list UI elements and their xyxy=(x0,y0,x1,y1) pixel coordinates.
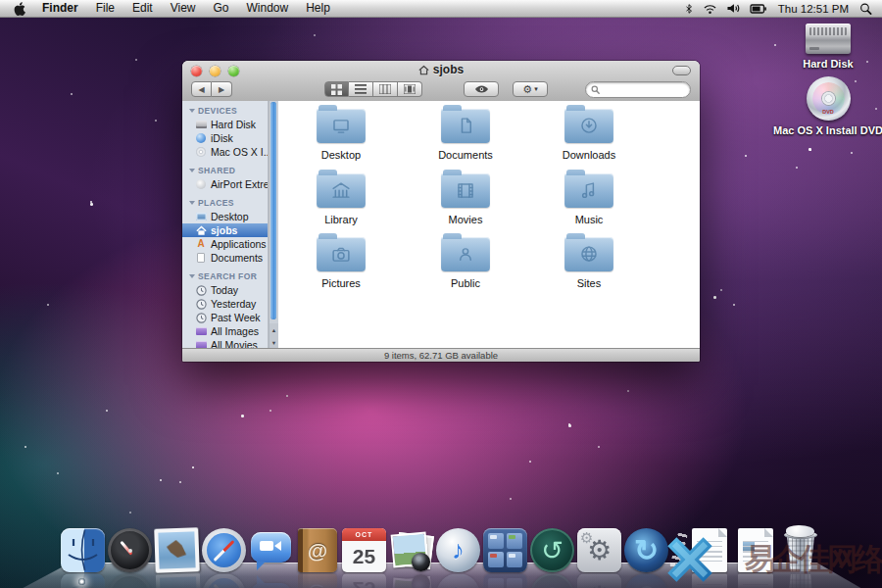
folder-contents[interactable]: Desktop Documents Downloads Library Movi… xyxy=(278,101,700,349)
sidebar-section-places[interactable]: PLACES xyxy=(182,196,268,210)
sidebar-item-airport-extreme[interactable]: AirPort Extreme xyxy=(182,177,268,191)
sidebar-item-all-images[interactable]: All Images xyxy=(182,324,268,338)
forward-button[interactable]: ▶ xyxy=(212,81,232,97)
dock-item-finder[interactable] xyxy=(61,528,105,572)
dvd-disc-text: DVD xyxy=(807,109,851,115)
pictures-folder-icon xyxy=(317,237,366,271)
search-field[interactable] xyxy=(585,81,691,98)
sidebar-item-applications[interactable]: AApplications xyxy=(182,237,268,251)
sidebar-item-label: Today xyxy=(211,284,238,296)
sync-arrow-icon: ↻ xyxy=(634,533,659,567)
dock-item-documents-stack[interactable] xyxy=(692,528,727,572)
airport-icon xyxy=(195,178,207,190)
sidebar-section-devices[interactable]: DEVICES xyxy=(182,104,268,118)
dock-item-address-book[interactable]: @ xyxy=(298,528,337,572)
sidebar-item-hard-disk[interactable]: Hard Disk xyxy=(182,118,268,131)
search-input[interactable] xyxy=(603,83,685,96)
sidebar-item-label: Documents xyxy=(211,252,263,264)
sidebar-scrollbar[interactable]: ▲ ▼ xyxy=(269,101,278,349)
menu-edit[interactable]: Edit xyxy=(123,0,162,17)
menu-bar: Finder File Edit View Go Window Help Thu… xyxy=(0,0,882,18)
menu-view[interactable]: View xyxy=(162,0,205,17)
sidebar-item-install-dvd[interactable]: Mac OS X I... xyxy=(182,145,268,159)
desktop-icon-hard-disk[interactable]: Hard Disk xyxy=(745,24,882,70)
sidebar-item-past-week[interactable]: Past Week xyxy=(182,311,268,324)
sidebar-section-shared[interactable]: SHARED xyxy=(182,164,268,177)
home-proxy-icon[interactable] xyxy=(418,65,429,75)
dock-item-ichat[interactable] xyxy=(249,528,293,572)
menu-file[interactable]: File xyxy=(87,0,123,17)
dock-item-safari[interactable] xyxy=(202,528,246,572)
dock-item-spaces[interactable] xyxy=(483,528,527,572)
back-button[interactable]: ◀ xyxy=(191,81,212,97)
sidebar-section-search-for[interactable]: SEARCH FOR xyxy=(182,270,268,283)
menu-window[interactable]: Window xyxy=(238,0,298,17)
section-title: DEVICES xyxy=(198,106,237,116)
sidebar-item-label: AirPort Extreme xyxy=(211,178,269,190)
toolbar-toggle-button[interactable] xyxy=(672,66,691,75)
dock-item-trash[interactable] xyxy=(782,529,819,572)
music-note-icon: ♪ xyxy=(452,535,465,565)
coverflow-view-button[interactable] xyxy=(398,81,422,97)
sidebar-item-sjobs[interactable]: sjobs xyxy=(182,223,268,237)
folder-library[interactable]: Library xyxy=(282,173,400,225)
sidebar-item-idisk[interactable]: iDisk xyxy=(182,131,268,145)
menu-finder[interactable]: Finder xyxy=(33,0,87,17)
applications-icon: A xyxy=(195,238,207,250)
apple-menu[interactable] xyxy=(6,2,33,16)
scrollbar-arrows: ▲ ▼ xyxy=(270,323,278,349)
folder-downloads[interactable]: Downloads xyxy=(530,109,648,161)
traffic-lights xyxy=(191,66,239,76)
folder-public[interactable]: Public xyxy=(407,237,524,289)
dock-item-itunes[interactable]: ♪ xyxy=(436,528,480,572)
folder-music[interactable]: Music xyxy=(530,173,648,225)
dvd-disc-icon: DVD xyxy=(807,76,851,121)
scroll-up-arrow[interactable]: ▲ xyxy=(271,327,276,333)
list-view-button[interactable] xyxy=(349,81,373,97)
battery-icon[interactable] xyxy=(750,3,767,15)
close-button[interactable] xyxy=(191,66,202,76)
bluetooth-icon[interactable] xyxy=(684,2,694,16)
sidebar-item-yesterday[interactable]: Yesterday xyxy=(182,297,268,311)
sidebar-item-today[interactable]: Today xyxy=(182,283,268,297)
coverflow-view-icon xyxy=(404,84,416,94)
sidebar-item-label: sjobs xyxy=(211,224,237,236)
folder-sites[interactable]: Sites xyxy=(530,237,648,289)
zoom-button[interactable] xyxy=(228,66,239,76)
section-title: PLACES xyxy=(198,198,234,208)
dock-item-software-update[interactable]: ↻ xyxy=(624,528,668,572)
spotlight-icon[interactable] xyxy=(859,2,872,16)
folder-desktop[interactable]: Desktop xyxy=(282,109,400,161)
window-chrome[interactable]: sjobs ◀ ▶ xyxy=(182,61,700,102)
window-title-text: sjobs xyxy=(433,63,464,76)
sidebar-item-documents[interactable]: Documents xyxy=(182,251,268,265)
menu-go[interactable]: Go xyxy=(205,0,238,17)
icon-view-button[interactable] xyxy=(324,81,349,97)
folder-label: Public xyxy=(407,277,524,289)
list-view-icon xyxy=(355,84,367,94)
action-button[interactable]: ⚙▾ xyxy=(513,81,548,97)
minimize-button[interactable] xyxy=(210,66,220,76)
dock-item-downloads-stack[interactable] xyxy=(738,528,773,572)
menu-help[interactable]: Help xyxy=(297,0,339,17)
dock-item-ical[interactable]: OCT 25 xyxy=(342,528,386,572)
menu-bar-clock[interactable]: Thu 12:51 PM xyxy=(776,3,851,15)
dock-item-mail[interactable] xyxy=(154,527,200,573)
dock-item-dashboard[interactable] xyxy=(108,528,152,572)
dock-item-system-preferences[interactable]: ⚙⚙ xyxy=(577,528,621,572)
quick-look-button[interactable] xyxy=(464,81,499,97)
volume-icon[interactable] xyxy=(726,2,741,15)
folder-movies[interactable]: Movies xyxy=(407,173,524,225)
dock-item-time-machine[interactable]: ↺ xyxy=(530,528,574,572)
sidebar-item-desktop[interactable]: Desktop xyxy=(182,210,268,223)
folder-pictures[interactable]: Pictures xyxy=(282,237,400,289)
wifi-icon[interactable] xyxy=(703,2,717,15)
column-view-button[interactable] xyxy=(373,81,398,97)
calendar-month: OCT xyxy=(342,528,386,541)
calendar-day: 25 xyxy=(342,541,386,572)
scroll-down-arrow[interactable]: ▼ xyxy=(271,340,276,346)
folder-documents[interactable]: Documents xyxy=(407,109,524,161)
scrollbar-thumb[interactable] xyxy=(270,102,276,319)
desktop-icon-install-dvd[interactable]: DVD Mac OS X Install DVD xyxy=(745,76,882,136)
dock-item-iphoto[interactable] xyxy=(389,528,433,572)
